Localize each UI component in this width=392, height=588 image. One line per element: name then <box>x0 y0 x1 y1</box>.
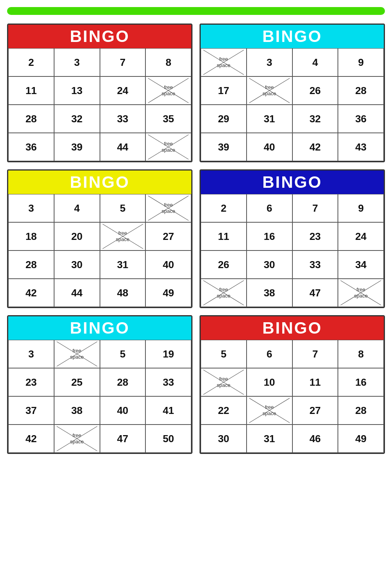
cell-value: 32 <box>309 113 321 125</box>
cell-value: 40 <box>264 141 275 153</box>
bingo-header-1: BINGO <box>8 25 191 48</box>
cards-grid: BINGO2378111324freespace28323335363944fr… <box>0 19 392 461</box>
cell-2-1-2: 26 <box>292 76 338 105</box>
cell-value: 39 <box>71 141 83 153</box>
cell-4-0-3: 9 <box>338 194 384 222</box>
cell-value: 40 <box>163 259 174 271</box>
cell-3-2-2: 31 <box>100 250 146 279</box>
cell-1-2-1: 32 <box>54 105 100 133</box>
cell-value: 27 <box>309 405 321 417</box>
cell-value: 26 <box>309 85 321 97</box>
cell-1-1-1: 13 <box>54 76 100 105</box>
cell-value: 44 <box>117 141 128 153</box>
bingo-header-5: BINGO <box>8 316 191 340</box>
cell-value: 3 <box>28 202 34 214</box>
cell-3-1-3: 27 <box>145 222 191 250</box>
bingo-grid-3: 345freespace1820freespace272830314042444… <box>8 194 191 307</box>
cell-value: 28 <box>117 376 128 388</box>
cell-6-3-3: 49 <box>338 425 384 453</box>
free-space-text: freespace <box>162 84 175 96</box>
cell-value: 43 <box>355 141 367 153</box>
cell-6-2-3: 28 <box>338 396 384 425</box>
cell-4-3-1: 38 <box>247 279 292 307</box>
free-space-text: freespace <box>70 432 84 445</box>
cell-3-1-0: 18 <box>8 222 54 250</box>
cell-2-3-0: 39 <box>201 133 247 161</box>
cell-value: 2 <box>221 202 226 214</box>
cell-1-3-3: freespace <box>145 133 191 161</box>
cell-4-1-0: 11 <box>201 222 247 250</box>
cell-value: 27 <box>163 230 174 243</box>
cell-5-2-2: 40 <box>100 396 146 425</box>
cell-6-2-2: 27 <box>292 396 338 425</box>
cell-value: 26 <box>218 259 229 271</box>
cell-value: 5 <box>221 348 226 360</box>
cell-value: 47 <box>117 433 128 445</box>
cell-2-1-0: 17 <box>201 76 247 105</box>
cell-4-2-2: 33 <box>292 250 338 279</box>
cell-1-1-3: freespace <box>145 76 191 105</box>
free-space-text: freespace <box>217 56 230 68</box>
cell-2-3-2: 42 <box>292 133 338 161</box>
cell-5-0-2: 5 <box>100 340 146 368</box>
bingo-header-2: BINGO <box>201 25 384 48</box>
cell-4-2-3: 34 <box>338 250 384 279</box>
cell-value: 11 <box>309 376 321 388</box>
cell-3-2-0: 28 <box>8 250 54 279</box>
cell-2-0-3: 9 <box>338 48 384 76</box>
bingo-card-6: BINGO5678freespace10111622freespace27283… <box>200 315 385 454</box>
cell-6-0-0: 5 <box>201 340 247 368</box>
cell-5-2-3: 41 <box>145 396 191 425</box>
cell-1-2-3: 35 <box>145 105 191 133</box>
cell-3-3-3: 49 <box>145 279 191 307</box>
cell-value: 3 <box>267 56 272 69</box>
cell-5-1-1: 25 <box>54 368 100 396</box>
cell-value: 28 <box>25 259 37 271</box>
cell-value: 42 <box>25 433 37 445</box>
cell-value: 32 <box>71 113 83 125</box>
cell-3-0-1: 4 <box>54 194 100 222</box>
bingo-card-1: BINGO2378111324freespace28323335363944fr… <box>7 24 192 162</box>
cell-4-0-0: 2 <box>201 194 247 222</box>
bingo-card-2: BINGOfreespace34917freespace262829313236… <box>200 24 385 162</box>
cell-value: 47 <box>309 287 321 299</box>
cell-value: 28 <box>355 405 367 417</box>
cell-value: 33 <box>163 376 174 388</box>
cell-value: 4 <box>312 56 318 69</box>
cell-value: 36 <box>355 113 367 125</box>
cell-3-1-2: freespace <box>100 222 146 250</box>
cell-5-0-3: 19 <box>145 340 191 368</box>
cell-value: 42 <box>25 287 37 299</box>
cell-5-3-0: 42 <box>8 425 54 453</box>
cell-value: 49 <box>163 287 174 299</box>
cell-value: 36 <box>25 141 37 153</box>
cell-1-3-1: 39 <box>54 133 100 161</box>
free-space-text: freespace <box>162 202 175 214</box>
cell-3-0-2: 5 <box>100 194 146 222</box>
bingo-header-6: BINGO <box>201 316 384 340</box>
cell-value: 9 <box>358 56 363 69</box>
cell-3-0-3: freespace <box>145 194 191 222</box>
cell-value: 44 <box>71 287 83 299</box>
cell-3-3-2: 48 <box>100 279 146 307</box>
free-space-text: freespace <box>217 287 230 299</box>
cell-value: 16 <box>264 230 275 243</box>
cell-value: 46 <box>309 433 321 445</box>
cell-value: 29 <box>218 113 229 125</box>
cell-6-1-2: 11 <box>292 368 338 396</box>
cell-value: 6 <box>267 202 272 214</box>
cell-6-1-3: 16 <box>338 368 384 396</box>
cell-value: 41 <box>163 405 174 417</box>
cell-6-0-1: 6 <box>247 340 292 368</box>
cell-value: 25 <box>71 376 83 388</box>
cell-5-3-1: freespace <box>54 425 100 453</box>
cell-value: 10 <box>264 376 275 388</box>
cell-4-3-3: freespace <box>338 279 384 307</box>
cell-2-2-1: 31 <box>247 105 292 133</box>
cell-value: 39 <box>218 141 229 153</box>
cell-4-3-0: freespace <box>201 279 247 307</box>
bingo-grid-6: 5678freespace10111622freespace2728303146… <box>201 340 384 453</box>
cell-value: 7 <box>312 348 318 360</box>
cell-value: 16 <box>355 376 367 388</box>
cell-6-1-0: freespace <box>201 368 247 396</box>
